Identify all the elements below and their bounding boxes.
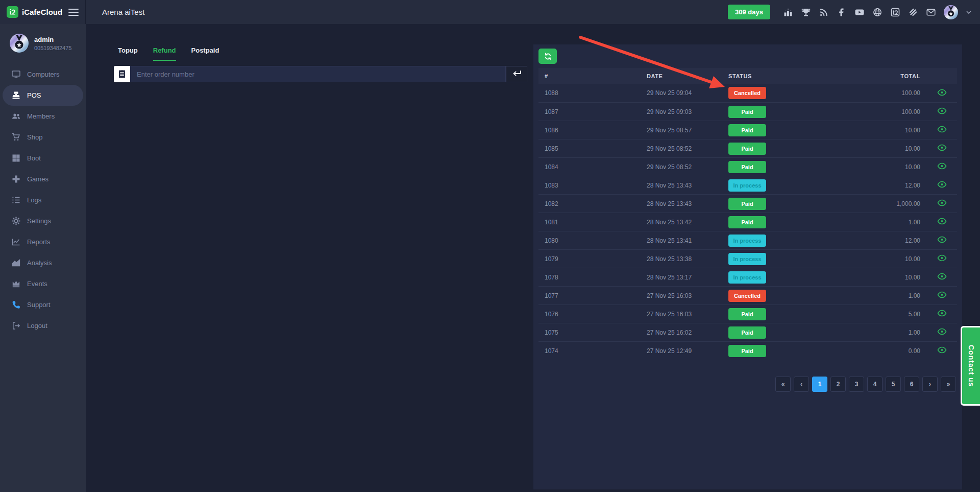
view-order-button[interactable] bbox=[926, 310, 957, 317]
view-order-button[interactable] bbox=[926, 254, 957, 262]
logout-icon bbox=[12, 321, 20, 330]
col-header-date: DATE bbox=[641, 73, 722, 79]
sidebar-item-members[interactable]: Members bbox=[0, 106, 86, 127]
boot-icon bbox=[12, 154, 20, 162]
facebook-icon[interactable] bbox=[837, 7, 847, 17]
members-icon bbox=[12, 112, 20, 121]
layers-icon[interactable] bbox=[908, 7, 918, 17]
enter-button[interactable] bbox=[506, 66, 527, 82]
sidebar-item-logs[interactable]: Logs bbox=[0, 190, 86, 210]
view-order-button[interactable] bbox=[926, 89, 957, 96]
status-badge: Paid bbox=[728, 124, 766, 136]
pagination-page-6[interactable]: 6 bbox=[904, 377, 919, 392]
view-order-button[interactable] bbox=[926, 218, 957, 225]
view-order-button[interactable] bbox=[926, 144, 957, 151]
order-total: 1,000.00 bbox=[865, 200, 926, 207]
contact-us-button[interactable]: Contact us bbox=[961, 326, 980, 406]
view-order-button[interactable] bbox=[926, 199, 957, 206]
view-order-button[interactable] bbox=[926, 291, 957, 298]
view-order-button[interactable] bbox=[926, 273, 957, 280]
order-total: 5.00 bbox=[865, 311, 926, 318]
order-total: 1.00 bbox=[865, 329, 926, 336]
order-id: 1078 bbox=[538, 274, 641, 281]
pagination-page-2[interactable]: 2 bbox=[830, 377, 846, 392]
pagination-prev[interactable]: ‹ bbox=[794, 377, 809, 392]
view-order-button[interactable] bbox=[926, 126, 957, 133]
sidebar-item-pos[interactable]: POS bbox=[3, 85, 83, 106]
order-date: 28 Nov 25 13:42 bbox=[641, 219, 722, 226]
view-order-button[interactable] bbox=[926, 181, 957, 188]
sidebar-item-games[interactable]: Games bbox=[0, 169, 86, 190]
chevron-down-icon[interactable] bbox=[966, 9, 972, 15]
order-total: 0.00 bbox=[865, 347, 926, 355]
order-id: 1084 bbox=[538, 163, 641, 171]
order-date: 29 Nov 25 08:52 bbox=[641, 145, 722, 152]
youtube-icon[interactable] bbox=[854, 7, 865, 17]
view-order-button[interactable] bbox=[926, 236, 957, 243]
icafecloud-site-icon[interactable] bbox=[890, 7, 900, 17]
games-icon bbox=[12, 175, 20, 183]
table-row: 1084 29 Nov 25 08:52 Paid 10.00 bbox=[538, 157, 957, 176]
status-badge: Cancelled bbox=[728, 290, 766, 302]
sidebar-item-shop[interactable]: Shop bbox=[0, 127, 86, 148]
subscription-days-button[interactable]: 309 days bbox=[728, 5, 770, 19]
pagination-page-1[interactable]: 1 bbox=[812, 377, 827, 392]
view-order-button[interactable] bbox=[926, 107, 957, 114]
ranking-icon[interactable] bbox=[783, 7, 793, 17]
pagination-first[interactable]: « bbox=[775, 377, 791, 392]
table-row: 1087 29 Nov 25 09:03 Paid 100.00 bbox=[538, 102, 957, 121]
view-order-button[interactable] bbox=[926, 328, 957, 335]
tab-refund[interactable]: Refund bbox=[153, 46, 176, 61]
tab-topup[interactable]: Topup bbox=[118, 46, 138, 61]
order-total: 12.00 bbox=[865, 237, 926, 244]
sidebar-item-events[interactable]: Events bbox=[0, 273, 86, 294]
table-row: 1076 27 Nov 25 16:03 Paid 5.00 bbox=[538, 304, 957, 323]
sidebar-item-logout[interactable]: Logout bbox=[0, 315, 86, 336]
pagination-next[interactable]: › bbox=[922, 377, 938, 392]
sidebar-item-label: Boot bbox=[27, 154, 41, 162]
rss-icon[interactable] bbox=[819, 7, 829, 17]
order-total: 100.00 bbox=[865, 89, 926, 97]
icafecloud-logo-icon[interactable] bbox=[7, 6, 18, 18]
pagination-page-4[interactable]: 4 bbox=[867, 377, 883, 392]
refresh-button[interactable] bbox=[538, 49, 557, 64]
table-header: # DATE STATUS TOTAL bbox=[538, 68, 957, 84]
sidebar-item-analysis[interactable]: Analysis bbox=[0, 252, 86, 273]
order-date: 27 Nov 25 12:49 bbox=[641, 347, 722, 355]
order-id: 1074 bbox=[538, 347, 641, 355]
analysis-icon bbox=[12, 259, 20, 267]
events-icon bbox=[12, 279, 20, 288]
table-row: 1082 28 Nov 25 13:43 Paid 1,000.00 bbox=[538, 194, 957, 213]
sidebar-item-boot[interactable]: Boot bbox=[0, 148, 86, 169]
page-title: Arena aiTest bbox=[102, 8, 144, 16]
tab-postpaid[interactable]: Postpaid bbox=[191, 46, 219, 61]
sidebar-user[interactable]: admin 005193482475 bbox=[0, 24, 86, 57]
sidebar-item-label: POS bbox=[27, 91, 41, 99]
view-order-button[interactable] bbox=[926, 162, 957, 170]
user-avatar[interactable] bbox=[944, 5, 958, 19]
pagination-page-5[interactable]: 5 bbox=[886, 377, 901, 392]
table-row: 1086 29 Nov 25 08:57 Paid 10.00 bbox=[538, 121, 957, 139]
sidebar-item-reports[interactable]: Reports bbox=[0, 231, 86, 252]
table-row: 1075 27 Nov 25 16:02 Paid 1.00 bbox=[538, 323, 957, 341]
order-id: 1081 bbox=[538, 219, 641, 226]
hamburger-menu-icon[interactable] bbox=[68, 9, 79, 16]
search-input[interactable] bbox=[130, 66, 506, 82]
pagination-last[interactable]: » bbox=[941, 377, 956, 392]
globe-icon[interactable] bbox=[872, 7, 883, 17]
col-header-id: # bbox=[538, 73, 641, 79]
mail-icon[interactable] bbox=[926, 7, 936, 17]
table-body: 1088 29 Nov 25 09:04 Cancelled 100.00 10… bbox=[538, 84, 957, 360]
table-row: 1080 28 Nov 25 13:41 In process 12.00 bbox=[538, 231, 957, 249]
view-order-button[interactable] bbox=[926, 346, 957, 354]
user-name: admin bbox=[34, 36, 71, 43]
order-date: 28 Nov 25 13:43 bbox=[641, 200, 722, 207]
sidebar-item-computers[interactable]: Computers bbox=[0, 64, 86, 85]
sidebar-item-settings[interactable]: Settings bbox=[0, 210, 86, 231]
trophy-icon[interactable] bbox=[801, 7, 811, 17]
table-row: 1083 28 Nov 25 13:43 In process 12.00 bbox=[538, 176, 957, 194]
sidebar: admin 005193482475 Computers POS Members… bbox=[0, 24, 86, 492]
status-badge: Paid bbox=[728, 106, 766, 118]
pagination-page-3[interactable]: 3 bbox=[849, 377, 864, 392]
sidebar-item-support[interactable]: Support bbox=[0, 294, 86, 315]
